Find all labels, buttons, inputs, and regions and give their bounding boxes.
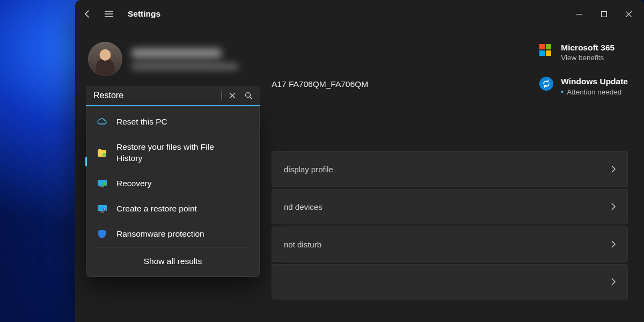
search-result-recovery[interactable]: Recovery (86, 171, 259, 196)
svg-rect-7 (100, 211, 104, 213)
chevron-right-icon (611, 240, 616, 248)
account-header[interactable] (85, 28, 261, 86)
search-result-restore-point[interactable]: Create a restore point (86, 196, 259, 222)
windows-update-subtitle: Attention needed (561, 87, 628, 96)
settings-window: Settings (75, 0, 644, 322)
main-panel: A17 FA706QM_FA706QM Microsoft 365 View b… (272, 28, 628, 299)
search-result-label: Restore your files with File History (116, 142, 240, 164)
hamburger-menu-icon[interactable] (104, 9, 114, 19)
search-box[interactable] (86, 86, 260, 106)
search-results-dropdown: Reset this PC Restore your files with Fi… (86, 106, 260, 277)
chevron-right-icon (611, 165, 616, 173)
back-button[interactable] (83, 9, 92, 19)
avatar (88, 42, 122, 76)
microsoft-logo-icon (539, 44, 551, 56)
nav-selection-indicator (85, 157, 87, 166)
settings-row[interactable]: not disturb (272, 226, 628, 262)
monitor-restore-point-icon (97, 204, 107, 214)
text-caret (222, 91, 223, 100)
ms365-title: Microsoft 365 (561, 43, 614, 53)
show-all-results-label: Show all results (144, 256, 202, 267)
ms365-subtitle: View benefits (561, 54, 614, 62)
folder-history-icon (97, 148, 107, 158)
search-result-label: Create a restore point (116, 203, 197, 215)
settings-row[interactable]: display profile (272, 151, 628, 187)
search-result-ransomware[interactable]: Ransomware protection (86, 222, 259, 247)
search-result-reset-pc[interactable]: Reset this PC (86, 109, 259, 135)
clear-search-button[interactable] (226, 90, 238, 101)
row-text-partial: not disturb (284, 240, 321, 249)
chevron-right-icon (611, 278, 616, 286)
row-text-partial: nd devices (284, 202, 323, 211)
svg-point-5 (103, 182, 106, 186)
monitor-recovery-icon (97, 179, 107, 188)
search-input[interactable] (93, 91, 217, 100)
minimize-button[interactable] (567, 3, 591, 25)
show-all-results[interactable]: Show all results (86, 247, 259, 276)
window-title: Settings (128, 9, 160, 19)
svg-point-1 (245, 92, 250, 97)
close-button[interactable] (616, 3, 641, 25)
cloud-reset-icon (97, 117, 107, 127)
search-result-file-history[interactable]: Restore your files with File History (86, 135, 259, 171)
windows-update-card[interactable]: Windows Update Attention needed (539, 77, 628, 96)
microsoft-365-card[interactable]: Microsoft 365 View benefits (539, 43, 628, 62)
search-result-label: Recovery (116, 178, 151, 189)
settings-list: display profile nd devices not disturb (272, 151, 628, 299)
account-info-redacted (131, 48, 238, 70)
search-result-label: Ransomware protection (116, 229, 204, 240)
device-model: A17 FA706QM_FA706QM (272, 79, 368, 89)
search-result-label: Reset this PC (116, 116, 167, 128)
settings-row[interactable]: nd devices (272, 189, 628, 224)
svg-rect-0 (601, 11, 606, 17)
chevron-right-icon (611, 203, 616, 210)
row-text-partial: display profile (284, 165, 333, 174)
svg-rect-4 (100, 186, 104, 187)
windows-update-title: Windows Update (561, 77, 628, 86)
maximize-button[interactable] (591, 3, 616, 25)
sync-icon (539, 77, 553, 91)
search-icon[interactable] (243, 90, 254, 101)
titlebar: Settings (75, 0, 644, 28)
shield-icon (97, 229, 107, 239)
svg-point-2 (103, 153, 106, 156)
settings-row[interactable] (272, 264, 628, 299)
